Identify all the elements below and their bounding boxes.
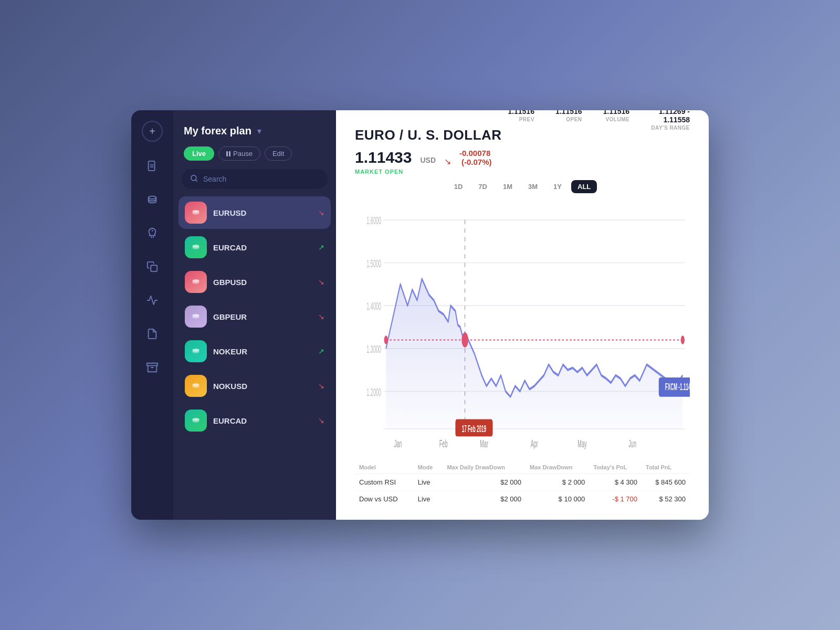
table-row: Custom RSILive$2 000$ 2 000$ 4 300$ 845 … [355, 474, 690, 491]
svg-text:Jun: Jun [628, 438, 636, 449]
svg-text:FXCM -1.11494: FXCM -1.11494 [665, 382, 690, 393]
copy-icon[interactable] [143, 257, 162, 276]
time-filter-button[interactable]: ALL [571, 180, 597, 193]
table-cell: $2 000 [443, 474, 526, 491]
stat-value: 1.11516 [508, 110, 534, 116]
archive-icon[interactable] [143, 358, 162, 377]
currency-icon [185, 306, 207, 328]
table-header: Model [355, 461, 414, 474]
search-icon [190, 174, 198, 184]
document-icon[interactable] [143, 156, 162, 175]
stat-label: DAY'S RANGE [650, 125, 690, 131]
svg-text:Mar: Mar [480, 438, 488, 449]
time-filter-button[interactable]: 7D [472, 180, 494, 193]
svg-text:May: May [578, 438, 586, 449]
svg-text:1.5000: 1.5000 [366, 258, 381, 269]
data-table: ModelModeMax Daily DrawDownMax DrawDownT… [355, 461, 690, 507]
table-cell: $ 2 000 [526, 474, 589, 491]
svg-point-31 [681, 335, 685, 344]
app-container: + [131, 110, 709, 520]
svg-text:1.4000: 1.4000 [366, 300, 381, 312]
table-row: Dow vs USDLive$2 000$ 10 000-$ 1 700$ 52… [355, 491, 690, 508]
time-filter-button[interactable]: 3M [522, 180, 544, 193]
live-button[interactable]: Live [184, 146, 214, 161]
table-cell: Live [414, 474, 443, 491]
main-panel: EURO / U. S. DOLLAR 1.11433 USD ↘ -0.000… [336, 110, 709, 520]
currency-icon [185, 202, 207, 224]
currency-item[interactable]: GBPEUR ↘ [178, 300, 331, 333]
currency-icon [185, 340, 207, 362]
currency-trend: ↘ [318, 312, 324, 321]
currency-item[interactable]: EURCAD ↘ [178, 404, 331, 437]
price-currency: USD [420, 156, 436, 164]
chart-icon[interactable] [143, 291, 162, 310]
table-cell: Live [414, 491, 443, 508]
market-open-label: MARKET OPEN [355, 169, 508, 175]
currency-trend: ↗ [318, 243, 324, 251]
piggy-icon[interactable] [143, 224, 162, 243]
svg-text:17 Feb 2019: 17 Feb 2019 [462, 423, 487, 434]
chart-area: 1.6000 1.5000 1.4000 1.3000 1.2000 [355, 198, 690, 456]
svg-rect-5 [147, 363, 158, 366]
svg-rect-0 [149, 161, 155, 171]
currency-name: GBPUSD [213, 278, 312, 287]
currency-trend: ↗ [318, 347, 324, 355]
currency-name: NOKUSD [213, 382, 312, 391]
stat-label: OPEN [555, 117, 582, 122]
stat-value: 1.11269 - 1.11558 [650, 110, 690, 124]
currency-icon [185, 236, 207, 258]
currency-list: EURUSD ↘ EURCAD ↗ GBPUSD ↘ [173, 196, 336, 520]
copy2-icon[interactable] [143, 324, 162, 343]
edit-button[interactable]: Edit [265, 146, 292, 161]
table-header: Today's PnL [589, 461, 642, 474]
change-val: -0.00078 (-0.07%) [459, 149, 508, 166]
table-cell: Custom RSI [355, 474, 414, 491]
svg-point-29 [461, 332, 468, 348]
add-button[interactable]: + [142, 121, 163, 142]
svg-line-8 [195, 180, 197, 181]
stat-item: 1.11516 OPEN [555, 110, 582, 131]
stat-label: PREV [508, 117, 534, 122]
table-cell: $2 000 [443, 491, 526, 508]
currency-item[interactable]: GBPUSD ↘ [178, 266, 331, 298]
left-panel: My forex plan ▼ Live Pause Edit [173, 110, 336, 520]
table-cell: $ 845 600 [642, 474, 690, 491]
chart-svg: 1.6000 1.5000 1.4000 1.3000 1.2000 [355, 198, 690, 456]
currency-icon [185, 271, 207, 293]
svg-point-30 [384, 335, 388, 344]
svg-text:Jan: Jan [394, 438, 402, 449]
table-cell: $ 10 000 [526, 491, 589, 508]
currency-name: NOKEUR [213, 347, 312, 356]
table-header: Total PnL [642, 461, 690, 474]
pair-title: EURO / U. S. DOLLAR [355, 127, 508, 143]
price-main: 1.11433 [355, 149, 412, 166]
time-filter-button[interactable]: 1M [497, 180, 519, 193]
currency-trend: ↘ [318, 382, 324, 390]
currency-item[interactable]: NOKEUR ↗ [178, 335, 331, 368]
currency-item[interactable]: NOKUSD ↘ [178, 370, 331, 402]
currency-trend: ↘ [318, 278, 324, 286]
coins-icon[interactable] [143, 190, 162, 209]
time-filter-button[interactable]: 1Y [547, 180, 568, 193]
plan-header: My forex plan ▼ [173, 110, 336, 146]
stat-value: 1.11516 [555, 110, 582, 116]
plan-title: My forex plan ▼ [184, 125, 263, 137]
stat-item: 1.11269 - 1.11558 DAY'S RANGE [650, 110, 690, 131]
stat-item: 1.11516 PREV [508, 110, 534, 131]
currency-item[interactable]: EURUSD ↘ [178, 196, 331, 229]
svg-text:1.2000: 1.2000 [366, 386, 381, 398]
currency-icon [185, 375, 207, 397]
table-header: Mode [414, 461, 443, 474]
search-input[interactable] [203, 175, 319, 183]
currency-name: EURCAD [213, 416, 312, 425]
svg-text:Apr: Apr [531, 438, 538, 449]
table-cell: Dow vs USD [355, 491, 414, 508]
currency-item[interactable]: EURCAD ↗ [178, 231, 331, 264]
table-cell: $ 4 300 [589, 474, 642, 491]
plan-title-dropdown[interactable]: ▼ [256, 127, 263, 135]
pause-button[interactable]: Pause [218, 146, 260, 161]
currency-name: GBPEUR [213, 312, 312, 321]
pause-label: Pause [233, 150, 253, 158]
svg-rect-4 [151, 265, 157, 271]
time-filter-button[interactable]: 1D [448, 180, 469, 193]
